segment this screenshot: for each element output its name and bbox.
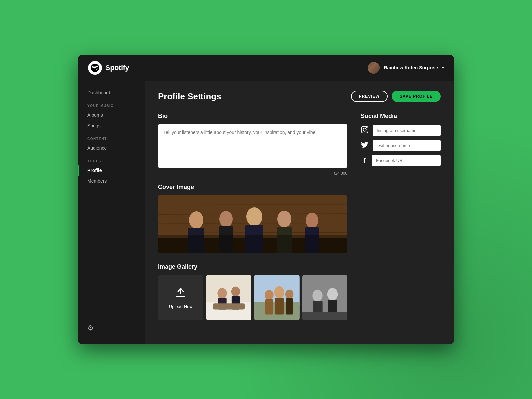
- sidebar-item-dashboard[interactable]: Dashboard: [78, 87, 145, 98]
- instagram-icon: [361, 126, 369, 135]
- svg-point-14: [277, 211, 291, 227]
- header-actions: PREVIEW SAVE PROFILE: [351, 91, 441, 102]
- svg-point-16: [306, 213, 318, 228]
- instagram-input[interactable]: [373, 125, 441, 136]
- preview-button[interactable]: PREVIEW: [351, 91, 388, 102]
- sidebar-item-members[interactable]: Members: [78, 176, 145, 186]
- sidebar-footer: ⚙: [78, 318, 145, 337]
- content-columns: Bio 0/4,000 Cover Image: [158, 113, 441, 320]
- user-area[interactable]: Rainbow Kitten Surprise ▾: [368, 62, 444, 74]
- gallery-image-2[interactable]: [254, 275, 300, 320]
- cover-image-placeholder: [158, 195, 347, 253]
- svg-point-33: [274, 286, 284, 298]
- bio-counter: 0/4,000: [158, 171, 347, 176]
- logo-area: Spotify: [88, 61, 129, 75]
- app-window: Spotify Rainbow Kitten Surprise ▾ Dashbo…: [78, 55, 454, 344]
- svg-point-23: [217, 288, 227, 299]
- social-media-title: Social Media: [361, 113, 441, 120]
- gallery-image-3[interactable]: [302, 275, 348, 320]
- svg-rect-34: [275, 298, 284, 315]
- sidebar-item-albums[interactable]: Albums: [78, 110, 145, 120]
- upload-label: Upload New: [169, 304, 193, 309]
- cover-image-title: Cover Image: [158, 184, 347, 191]
- gallery-image-1[interactable]: [206, 275, 252, 320]
- twitter-input[interactable]: [373, 140, 441, 151]
- bio-textarea[interactable]: [158, 124, 347, 168]
- sidebar-section-content: CONTENT: [78, 131, 145, 143]
- settings-icon[interactable]: ⚙: [87, 324, 94, 332]
- svg-rect-42: [302, 312, 348, 320]
- main-content: Profile Settings PREVIEW SAVE PROFILE Bi…: [145, 81, 454, 344]
- svg-point-25: [231, 287, 240, 297]
- sidebar-item-audience[interactable]: Audience: [78, 143, 145, 153]
- image-gallery-section: Image Gallery: [158, 263, 347, 320]
- avatar: [368, 62, 380, 74]
- svg-rect-19: [176, 296, 185, 297]
- sidebar-item-songs[interactable]: Songs: [78, 120, 145, 131]
- page-title: Profile Settings: [158, 91, 221, 102]
- svg-point-40: [327, 288, 337, 301]
- svg-point-35: [285, 290, 293, 299]
- chevron-down-icon: ▾: [442, 66, 444, 70]
- body-layout: Dashboard YOUR MUSIC Albums Songs CONTEN…: [78, 81, 454, 344]
- svg-rect-18: [158, 235, 347, 253]
- svg-point-12: [246, 207, 262, 226]
- svg-rect-27: [213, 303, 245, 309]
- upload-new-button[interactable]: Upload New: [158, 275, 203, 320]
- sidebar-item-profile[interactable]: Profile: [78, 165, 145, 176]
- facebook-input[interactable]: [372, 155, 441, 166]
- left-column: Bio 0/4,000 Cover Image: [158, 113, 347, 320]
- logo-text: Spotify: [105, 64, 129, 72]
- svg-point-38: [312, 290, 322, 302]
- right-column: Social Media: [361, 113, 441, 320]
- sidebar-section-your-music: YOUR MUSIC: [78, 98, 145, 110]
- sidebar: Dashboard YOUR MUSIC Albums Songs CONTEN…: [78, 81, 145, 344]
- spotify-logo: [88, 61, 102, 75]
- bio-section-title: Bio: [158, 113, 347, 120]
- page-header: Profile Settings PREVIEW SAVE PROFILE: [158, 91, 441, 102]
- gallery-grid: Upload New: [158, 275, 347, 320]
- bio-section: Bio 0/4,000: [158, 113, 347, 176]
- cover-image-container[interactable]: [158, 195, 347, 253]
- sidebar-nav: Dashboard YOUR MUSIC Albums Songs CONTEN…: [78, 87, 145, 318]
- save-profile-button[interactable]: SAVE PROFILE: [392, 91, 441, 102]
- svg-point-10: [219, 211, 233, 227]
- svg-rect-32: [265, 299, 273, 315]
- cover-image-section: Cover Image: [158, 184, 347, 253]
- upload-icon: [175, 286, 187, 301]
- svg-point-31: [265, 290, 273, 300]
- header: Spotify Rainbow Kitten Surprise ▾: [78, 55, 454, 81]
- avatar-image: [368, 62, 380, 74]
- twitter-icon: [361, 141, 369, 150]
- instagram-field: [361, 125, 441, 136]
- facebook-field: f: [361, 155, 441, 166]
- svg-rect-36: [286, 298, 293, 315]
- svg-point-8: [189, 211, 203, 229]
- twitter-field: [361, 140, 441, 151]
- sidebar-section-tools: TOOLS: [78, 153, 145, 165]
- user-name: Rainbow Kitten Surprise: [384, 65, 438, 70]
- facebook-icon: f: [361, 156, 368, 165]
- image-gallery-title: Image Gallery: [158, 263, 347, 270]
